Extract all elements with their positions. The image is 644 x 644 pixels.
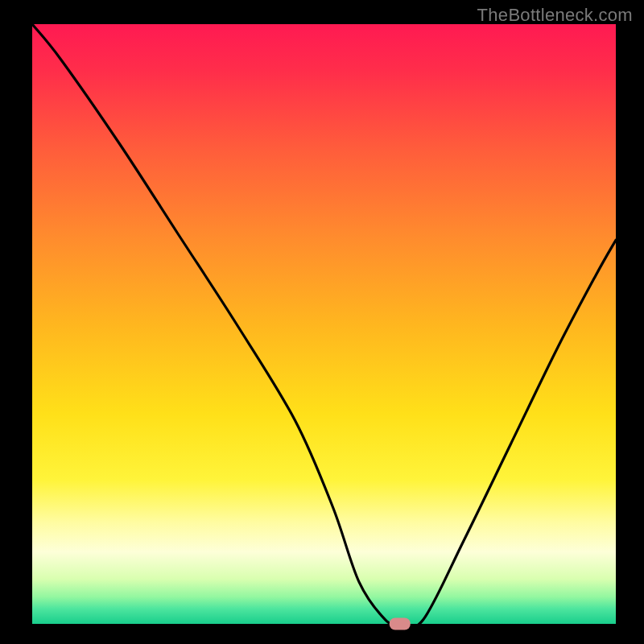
optimal-marker	[390, 618, 411, 630]
chart-container: TheBottleneck.com	[0, 0, 644, 644]
bottleneck-chart	[0, 0, 644, 644]
plot-background	[32, 24, 616, 624]
